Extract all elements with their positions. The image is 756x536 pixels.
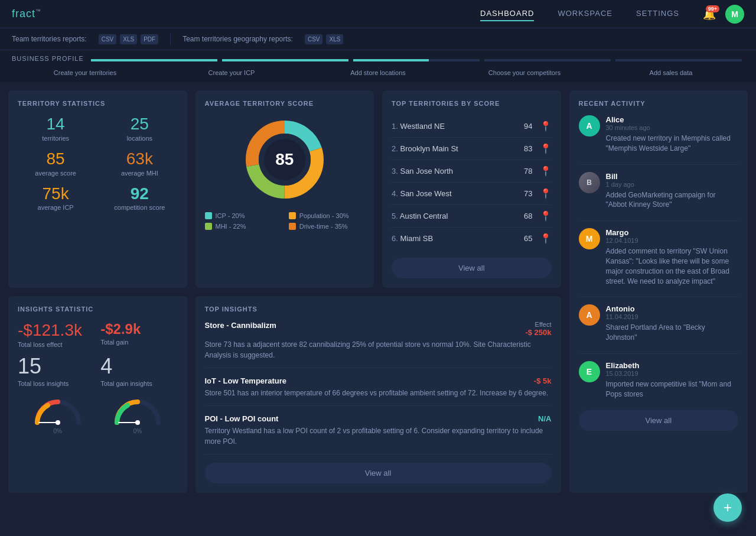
step-bar-5 [615, 59, 742, 61]
activity-text-bill: Added GeoMarketing campaign for "Abbot K… [606, 190, 739, 210]
step-label-4[interactable]: Choose your competitors [451, 69, 598, 76]
activity-content-alice: Alice 30 minutes ago Created new territo… [606, 115, 739, 154]
activity-avatar-margo: M [579, 228, 600, 249]
geo-xls-button[interactable]: XLS [326, 34, 343, 44]
step-bar-4 [484, 59, 611, 61]
activity-time-elizabeth: 15.03.2019 [606, 370, 739, 377]
activity-time-alice: 30 minutes ago [606, 124, 739, 131]
step-label-2[interactable]: Create your ICP [158, 69, 305, 76]
map-pin-icon-2: 📍 [540, 143, 552, 154]
insight-item-2: IoT - Low Temperature -$ 5k Store 501 ha… [205, 376, 552, 406]
activity-divider-1 [579, 164, 739, 165]
territory-name-5: 5. Austin Central [392, 212, 524, 220]
stat-avg-mhi-label: average MHI [102, 170, 177, 177]
insight-title-3: POI - Low POI count [205, 414, 279, 423]
territory-name-4: 4. San Jose West [392, 189, 524, 198]
loss-insights-value: 15 [18, 354, 94, 379]
activity-item-margo: M Margo 12.04.1019 Added comment to terr… [579, 228, 739, 286]
plus-icon: + [724, 499, 732, 516]
svg-point-10 [135, 420, 140, 425]
gauge-gain: 0% [111, 395, 164, 434]
activity-name-bill: Bill [606, 172, 739, 181]
territory-score-5: 68 [524, 212, 532, 220]
activity-divider-3 [579, 297, 739, 297]
stat-avg-score: 85 average score [18, 150, 93, 177]
loss-insights-label: Total loss insights [18, 380, 94, 387]
step-bar-1 [91, 59, 217, 61]
map-pin-icon-6: 📍 [540, 233, 552, 244]
stats-grid: 14 territories 25 locations 85 average s… [18, 115, 178, 211]
insight-header-2: IoT - Low Temperature -$ 5k [205, 376, 552, 385]
activity-name-margo: Margo [606, 228, 739, 237]
territory-rank-4: 4. [392, 189, 398, 198]
territory-score-1: 94 [524, 122, 532, 131]
activity-time-bill: 1 day ago [606, 181, 739, 188]
activity-item-bill: B Bill 1 day ago Added GeoMarketing camp… [579, 172, 739, 210]
insight-body-3: Territory Westland has a low POI count o… [205, 425, 552, 447]
territory-row-6: 6. Miami SB 65 📍 [392, 228, 552, 249]
logo: fract™ [12, 8, 41, 20]
nav-workspace[interactable]: WORKSPACE [558, 7, 612, 21]
territory-row-4: 4. San Jose West 73 📍 [392, 183, 552, 205]
loss-insights-count: 15 Total loss insights [18, 354, 94, 387]
activity-name-antonio: Antonio [606, 304, 739, 313]
avatar[interactable]: M [725, 5, 744, 24]
total-gain-value: -$2.9k [100, 321, 177, 337]
territories-list: 1. Westland NE 94 📍 2. Brooklyn Main St … [392, 115, 552, 249]
territory-row-2: 2. Brooklyn Main St 83 📍 [392, 138, 552, 160]
avg-territory-score-title: AVERAGE TERRITORY SCORE [205, 100, 365, 107]
pdf-button[interactable]: PDF [141, 34, 158, 44]
stat-avg-icp: 75k average ICP [18, 185, 93, 212]
gauge-loss-pct: 0% [31, 428, 84, 434]
total-loss-label: Total loss effect [18, 341, 94, 348]
territories-view-all-button[interactable]: View all [392, 258, 552, 278]
donut-chart: 85 [240, 115, 329, 204]
legend-icp-label: ICP - 20% [216, 212, 245, 219]
territory-rank-5: 5. [392, 212, 398, 220]
csv-button[interactable]: CSV [99, 34, 117, 44]
gauge-loss: 0% [31, 395, 84, 434]
map-pin-icon-4: 📍 [540, 188, 552, 199]
step-label-3[interactable]: Add store locations [305, 69, 451, 76]
business-profile-label: BUSINESS PROFILE [12, 55, 84, 62]
fab-add-button[interactable]: + [713, 493, 742, 522]
territory-rank-3: 3. [392, 167, 398, 176]
nav-dashboard[interactable]: DASHBOARD [480, 7, 534, 21]
territory-rank-1: 1. [392, 122, 398, 131]
map-pin-icon-5: 📍 [540, 210, 552, 222]
notification-badge: 99+ [706, 5, 719, 12]
total-loss-effect: -$121.3k Total loss effect [18, 321, 94, 348]
progress-section: BUSINESS PROFILE Create your territories… [0, 50, 756, 82]
step-label-5[interactable]: Add sales data [598, 69, 744, 76]
activity-avatar-alice: A [579, 115, 600, 137]
activity-content-margo: Margo 12.04.1019 Added comment to territ… [606, 228, 739, 286]
main-nav: DASHBOARD WORKSPACE SETTINGS [480, 7, 679, 21]
geo-report-icons: CSV XLS [305, 34, 343, 44]
territory-score-4: 73 [524, 189, 532, 198]
insights-view-all-button[interactable]: View all [205, 463, 552, 483]
legend-population-label: Population - 30% [299, 212, 349, 219]
header: fract™ DASHBOARD WORKSPACE SETTINGS 🔔 99… [0, 0, 756, 28]
xls-button[interactable]: XLS [120, 34, 137, 44]
insight-effect-value-3: N/A [538, 414, 551, 423]
avg-territory-score-card: AVERAGE TERRITORY SCORE [195, 90, 374, 288]
insights-statistic-card: INSIGHTS STATISTIC -$121.3k Total loss e… [8, 296, 187, 493]
total-loss-value: -$121.3k [18, 321, 94, 340]
nav-settings[interactable]: SETTINGS [636, 7, 679, 21]
stat-avg-icp-label: average ICP [18, 204, 93, 211]
insight-header-3: POI - Low POI count N/A [205, 414, 552, 423]
insight-effect-label-1: Effect [525, 321, 551, 328]
progress-bars [91, 59, 744, 61]
activity-view-all-button[interactable]: View all [579, 410, 739, 431]
stat-avg-score-label: average score [18, 170, 93, 177]
step-bar-2 [222, 59, 348, 61]
geo-reports-label: Team territories geography reports: [183, 35, 293, 43]
geo-csv-button[interactable]: CSV [305, 34, 323, 44]
stat-avg-mhi-value: 63k [102, 150, 177, 168]
legend-mhi: MHI - 22% [205, 223, 281, 230]
step-label-1[interactable]: Create your territories [12, 69, 158, 76]
insight-item-3: POI - Low POI count N/A Territory Westla… [205, 414, 552, 454]
territory-statistics-card: TERRITORY STATISTICS 14 territories 25 l… [8, 90, 187, 288]
notification-button[interactable]: 🔔 99+ [703, 8, 716, 21]
legend-population-dot [289, 212, 296, 219]
